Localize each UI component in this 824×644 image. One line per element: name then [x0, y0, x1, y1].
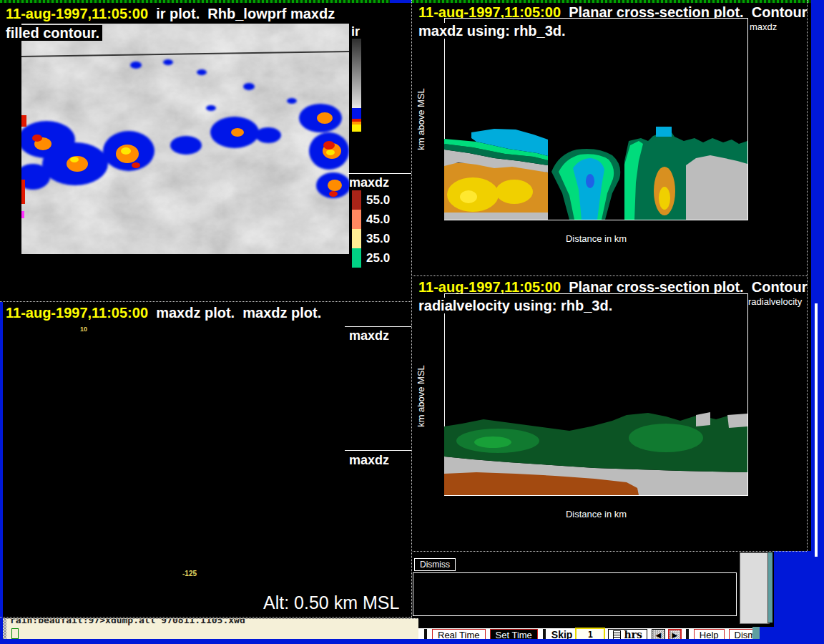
- status-window: Dismiss: [413, 551, 774, 627]
- radar-colorbar-title-2: maxdz: [349, 453, 389, 468]
- xs-maxdz-ylabel: km above MSL: [416, 55, 426, 184]
- colorbar-label: 25.0: [366, 252, 390, 264]
- panel-divider-right-bottom: [413, 551, 807, 552]
- panel-divider-vertical-right: [807, 0, 808, 551]
- bar-edge: [752, 627, 760, 640]
- xs-radial-colorbar-title: radialvelocity: [748, 296, 802, 307]
- ir-colorbar-title: ir: [351, 24, 360, 39]
- xs-maxdz-xlabel: Distance in km: [444, 233, 748, 244]
- colorbar-label: 35.0: [366, 233, 390, 245]
- ir-lon-ticks: [29, 255, 348, 272]
- left-edge-accent: [0, 302, 3, 639]
- xs-radial-panel: 11-aug-1997,11:05:00 Planar cross-sectio…: [413, 276, 807, 551]
- right-desktop-band: [811, 0, 824, 639]
- panel-divider-vertical: [411, 0, 412, 618]
- radar-lon-label: -125: [182, 570, 197, 577]
- xs-maxdz-plot[interactable]: [444, 18, 748, 220]
- xs-maxdz-panel: 11-aug-1997,11:05:00 Planar cross-sectio…: [413, 3, 807, 275]
- xs-radial-plot[interactable]: [444, 293, 748, 496]
- ir-panel-title: 11-aug-1997,11:05:00 ir plot. Rhb_lowprf…: [6, 4, 335, 23]
- terminal-cursor: [11, 628, 19, 639]
- xs-radial-xlabel: Distance in km: [444, 509, 748, 519]
- radar-lat-label: 10: [80, 326, 87, 333]
- maxdz-panel: 11-aug-1997,11:05:00 maxdz plot. maxdz p…: [0, 302, 411, 617]
- ir-colorbar-labels: [366, 3, 408, 146]
- satellite-ir-map[interactable]: [21, 24, 349, 254]
- ir-lat-ticks: [4, 3, 21, 246]
- radar-colorbar-title-1: maxdz: [349, 328, 389, 343]
- xs-maxdz-colorbar-title: maxdz: [750, 21, 777, 32]
- xs-radial-ylabel: km above MSL: [416, 332, 426, 461]
- ir-colorbar: [352, 39, 361, 132]
- panel-divider-left-bottom: [0, 617, 411, 618]
- terminal-window[interactable]: rain:beaufait:97>xdump.all 970811.1105.x…: [0, 618, 418, 640]
- colorbar-label: 55.0: [366, 194, 390, 206]
- xs-maxdz-title-line2: maxdz using: rhb_3d.: [418, 21, 569, 40]
- ir-panel-date: 11-aug-1997,11:05:00: [6, 6, 148, 21]
- zebra-display-screen: 11-aug-1997,11:05:00 ir plot. Rhb_lowprf…: [0, 0, 824, 644]
- maxdz-panel-title: 11-aug-1997,11:05:00 maxdz plot. maxdz p…: [6, 303, 321, 322]
- status-dismiss-button[interactable]: Dismiss: [414, 558, 456, 571]
- ir-maxdz-colorbar: 55.045.035.025.0: [352, 190, 390, 268]
- colorbar-swatch: [352, 229, 361, 248]
- radar-ppi-display[interactable]: [11, 321, 347, 617]
- maxdz-panel-date: 11-aug-1997,11:05:00: [6, 305, 148, 321]
- xs-radial-title-line2: radialvelocity using: rhb_3d.: [418, 296, 615, 315]
- colorbar-label: 45.0: [366, 213, 390, 225]
- colorbar-swatch: [352, 248, 361, 268]
- bottom-desktop-band: [0, 639, 824, 644]
- colorbar-swatch: [352, 210, 361, 229]
- terminal-prompt-line: rain:beaufait:97>xdump.all 970811.1105.x…: [10, 618, 245, 625]
- altitude-label: Alt: 0.50 km MSL: [263, 592, 399, 613]
- top-edge-border: [0, 0, 824, 3]
- menu-icon: [613, 630, 621, 640]
- ir-maxdz-colorbar-title: maxdz: [349, 175, 389, 190]
- platform-status-table: [413, 572, 737, 616]
- ir-panel: 11-aug-1997,11:05:00 ir plot. Rhb_lowprf…: [0, 3, 411, 301]
- top-edge-accent: [390, 0, 411, 3]
- colorbar-swatch: [352, 190, 361, 210]
- right-band-stripe: [815, 303, 818, 557]
- status-scrollbar-edge: [768, 552, 772, 623]
- panel-divider-right: [413, 275, 807, 276]
- status-scrollbar-track[interactable]: [740, 552, 770, 624]
- panel-divider-left: [0, 301, 411, 302]
